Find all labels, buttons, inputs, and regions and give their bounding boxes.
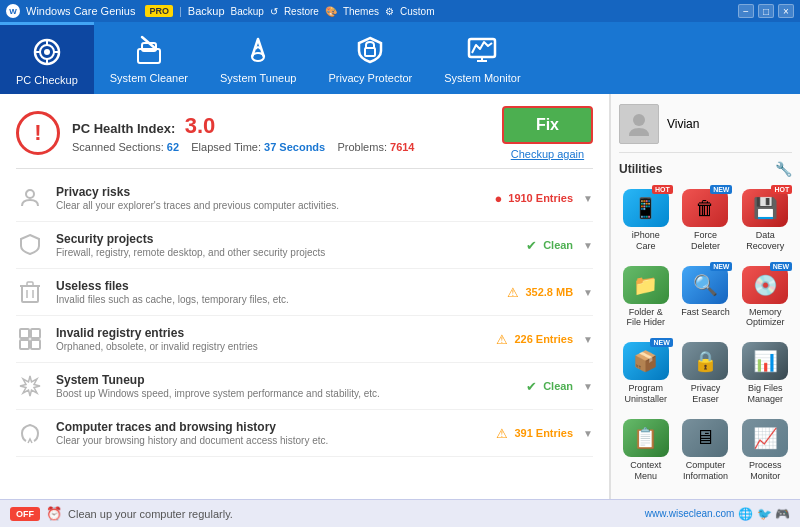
utility-force-deleter[interactable]: 🗑 NEW Force Deleter xyxy=(679,185,733,256)
utility-program-uninstaller[interactable]: 📦 NEW Program Uninstaller xyxy=(619,338,673,409)
pro-badge: PRO xyxy=(145,5,173,17)
svg-rect-18 xyxy=(27,282,33,286)
big-files-manager-label: Big Files Manager xyxy=(740,383,790,405)
computer-traces-dot: ⚠ xyxy=(496,426,508,441)
check-item-invalid-registry: Invalid registry entries Orphaned, obsol… xyxy=(16,316,593,363)
system-tuneup-expand[interactable]: ▼ xyxy=(583,381,593,392)
iphone-care-label: iPhone Care xyxy=(621,230,671,252)
useless-files-icon xyxy=(16,278,44,306)
close-button[interactable]: × xyxy=(778,4,794,18)
check-item-privacy-risks: Privacy risks Clear all your explorer's … xyxy=(16,175,593,222)
utilities-title: Utilities xyxy=(619,162,662,176)
nav-item-system-cleaner[interactable]: System Cleaner xyxy=(94,22,204,94)
memory-optimizer-icon: 💿 NEW xyxy=(742,266,788,304)
minimize-button[interactable]: − xyxy=(738,4,754,18)
security-projects-status: ✔ Clean ▼ xyxy=(493,238,593,253)
app-logo: W xyxy=(6,4,20,18)
utility-folder-hider[interactable]: 📁 Folder & File Hider xyxy=(619,262,673,333)
user-name: Vivian xyxy=(667,117,699,131)
svg-point-15 xyxy=(26,190,34,198)
user-section: Vivian xyxy=(619,104,792,153)
nav-item-system-monitor[interactable]: System Monitor xyxy=(428,22,536,94)
restore-link[interactable]: Restore xyxy=(284,6,319,17)
maximize-button[interactable]: □ xyxy=(758,4,774,18)
fix-area: Fix Checkup again xyxy=(502,106,593,160)
invalid-registry-title: Invalid registry entries xyxy=(56,326,481,340)
check-item-security-projects: Security projects Firewall, registry, re… xyxy=(16,222,593,269)
social-icons: 🌐 🐦 🎮 xyxy=(738,507,790,521)
nav-item-privacy-protector[interactable]: Privacy Protector xyxy=(312,22,428,94)
check-items-list: Privacy risks Clear all your explorer's … xyxy=(16,175,593,457)
utilities-gear-icon[interactable]: 🔧 xyxy=(775,161,792,177)
watermark: www.wiseclean.com xyxy=(645,508,734,519)
nav-label-system-tuneup: System Tuneup xyxy=(220,72,296,84)
pc-checkup-icon xyxy=(29,34,65,70)
privacy-risks-status-text: 1910 Entries xyxy=(508,192,573,204)
health-score: 3.0 xyxy=(185,113,216,138)
fast-search-badge: NEW xyxy=(710,262,732,271)
utility-fast-search[interactable]: 🔍 NEW Fast Search xyxy=(679,262,733,333)
utility-iphone-care[interactable]: 📱 HOT iPhone Care xyxy=(619,185,673,256)
program-uninstaller-icon: 📦 NEW xyxy=(623,342,669,380)
health-left: ! PC Health Index: 3.0 Scanned Sections:… xyxy=(16,111,415,155)
invalid-registry-status: ⚠ 226 Entries ▼ xyxy=(493,332,593,347)
folder-hider-icon: 📁 xyxy=(623,266,669,304)
utility-memory-optimizer[interactable]: 💿 NEW Memory Optimizer xyxy=(738,262,792,333)
fast-search-icon: 🔍 NEW xyxy=(682,266,728,304)
useless-files-expand[interactable]: ▼ xyxy=(583,287,593,298)
process-monitor-label: Process Monitor xyxy=(740,460,790,482)
invalid-registry-expand[interactable]: ▼ xyxy=(583,334,593,345)
system-cleaner-icon xyxy=(131,32,167,68)
process-monitor-icon: 📈 xyxy=(742,419,788,457)
computer-traces-expand[interactable]: ▼ xyxy=(583,428,593,439)
system-monitor-icon xyxy=(464,32,500,68)
svg-rect-21 xyxy=(20,329,29,338)
checkup-again-link[interactable]: Checkup again xyxy=(511,148,584,160)
health-index-title: PC Health Index: xyxy=(72,121,175,136)
fix-button[interactable]: Fix xyxy=(502,106,593,144)
utility-big-files-manager[interactable]: 📊 Big Files Manager xyxy=(738,338,792,409)
right-panel: Vivian Utilities 🔧 📱 HOT iPhone Care 🗑 N… xyxy=(610,94,800,499)
memory-optimizer-label: Memory Optimizer xyxy=(740,307,790,329)
utility-computer-information[interactable]: 🖥 Computer Information xyxy=(679,415,733,486)
useless-files-dot: ⚠ xyxy=(507,285,519,300)
custom-link[interactable]: Custom xyxy=(400,6,434,17)
program-uninstaller-label: Program Uninstaller xyxy=(621,383,671,405)
svg-rect-22 xyxy=(31,329,40,338)
privacy-risks-icon xyxy=(16,184,44,212)
check-item-useless-files: Useless files Invalid files such as cach… xyxy=(16,269,593,316)
themes-link[interactable]: Themes xyxy=(343,6,379,17)
toggle-off[interactable]: OFF xyxy=(10,507,40,521)
utility-context-menu[interactable]: 📋 Context Menu xyxy=(619,415,673,486)
system-tuneup-check-title: System Tuneup xyxy=(56,373,481,387)
iphone-care-icon: 📱 HOT xyxy=(623,189,669,227)
check-item-system-tuneup: System Tuneup Boost up Windows speed, im… xyxy=(16,363,593,410)
nav-item-pc-checkup[interactable]: PC Checkup xyxy=(0,22,94,94)
check-item-computer-traces: Computer traces and browsing history Cle… xyxy=(16,410,593,457)
system-tuneup-check-status: ✔ Clean ▼ xyxy=(493,379,593,394)
system-tuneup-dot: ✔ xyxy=(526,379,537,394)
invalid-registry-text: 226 Entries xyxy=(514,333,573,345)
invalid-registry-dot: ⚠ xyxy=(496,332,508,347)
data-recovery-badge: HOT xyxy=(771,185,792,194)
left-panel: ! PC Health Index: 3.0 Scanned Sections:… xyxy=(0,94,610,499)
privacy-risks-title: Privacy risks xyxy=(56,185,481,199)
svg-rect-16 xyxy=(22,286,38,302)
useless-files-desc: Invalid files such as cache, logs, tempo… xyxy=(56,294,481,305)
health-meta: Scanned Sections: 62 Elapsed Time: 37 Se… xyxy=(72,141,415,153)
utility-data-recovery[interactable]: 💾 HOT Data Recovery xyxy=(738,185,792,256)
security-projects-dot: ✔ xyxy=(526,238,537,253)
memory-optimizer-badge: NEW xyxy=(770,262,792,271)
nav-item-system-tuneup[interactable]: System Tuneup xyxy=(204,22,312,94)
nav-label-system-monitor: System Monitor xyxy=(444,72,520,84)
main-layout: ! PC Health Index: 3.0 Scanned Sections:… xyxy=(0,94,800,499)
privacy-risks-expand[interactable]: ▼ xyxy=(583,193,593,204)
context-menu-icon: 📋 xyxy=(623,419,669,457)
system-tuneup-check-icon xyxy=(16,372,44,400)
program-uninstaller-badge: NEW xyxy=(650,338,672,347)
security-projects-expand[interactable]: ▼ xyxy=(583,240,593,251)
utility-privacy-eraser[interactable]: 🔒 Privacy Eraser xyxy=(679,338,733,409)
backup-link[interactable]: Backup xyxy=(188,5,225,17)
nav-label-system-cleaner: System Cleaner xyxy=(110,72,188,84)
utility-process-monitor[interactable]: 📈 Process Monitor xyxy=(738,415,792,486)
